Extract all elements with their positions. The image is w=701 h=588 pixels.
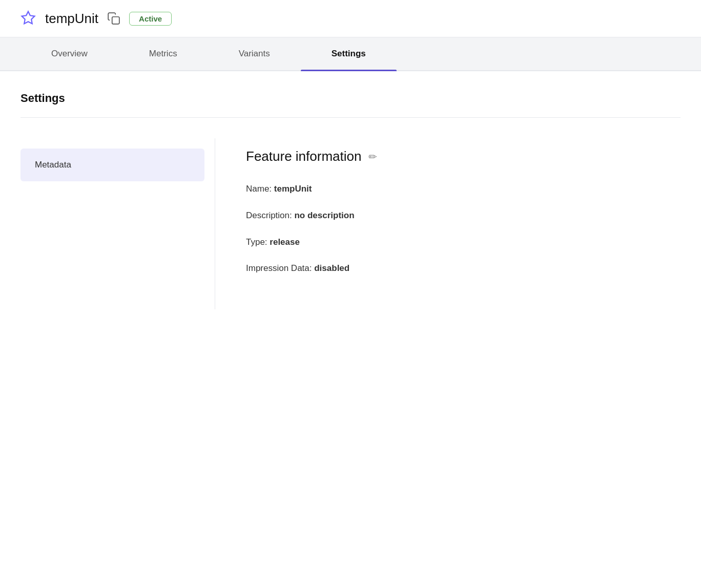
feature-info-panel: Feature information ✏ Name: tempUnit Des… [215, 138, 681, 309]
page-header: tempUnit Active [0, 0, 701, 37]
page-title: tempUnit [45, 11, 98, 27]
section-divider [20, 117, 681, 118]
main-content: Settings Metadata Feature information ✏ … [0, 71, 701, 309]
name-value: tempUnit [274, 184, 312, 194]
impression-data-value: disabled [314, 263, 349, 273]
tab-metrics[interactable]: Metrics [118, 37, 208, 70]
type-label: Type: [246, 237, 270, 247]
info-row-type: Type: release [246, 236, 650, 248]
svg-rect-1 [112, 17, 119, 24]
description-value: no description [294, 211, 354, 220]
copy-icon[interactable] [107, 11, 121, 26]
sidebar-item-metadata[interactable]: Metadata [20, 149, 204, 181]
svg-marker-0 [22, 12, 35, 24]
star-icon[interactable] [20, 10, 37, 27]
tab-bar: Overview Metrics Variants Settings [0, 37, 701, 71]
settings-sidebar: Metadata [20, 138, 215, 309]
impression-data-label: Impression Data: [246, 263, 314, 273]
tab-overview[interactable]: Overview [20, 37, 118, 70]
two-column-layout: Metadata Feature information ✏ Name: tem… [20, 138, 681, 309]
description-label: Description: [246, 211, 294, 220]
tab-variants[interactable]: Variants [208, 37, 301, 70]
type-value: release [270, 237, 300, 247]
name-label: Name: [246, 184, 274, 194]
feature-info-title: Feature information [246, 149, 361, 164]
feature-info-header: Feature information ✏ [246, 149, 650, 164]
tab-settings[interactable]: Settings [301, 37, 397, 70]
info-row-impression-data: Impression Data: disabled [246, 262, 650, 275]
section-title: Settings [20, 92, 681, 105]
status-badge: Active [129, 12, 172, 26]
edit-icon[interactable]: ✏ [368, 151, 377, 163]
info-row-description: Description: no description [246, 209, 650, 222]
info-row-name: Name: tempUnit [246, 183, 650, 195]
